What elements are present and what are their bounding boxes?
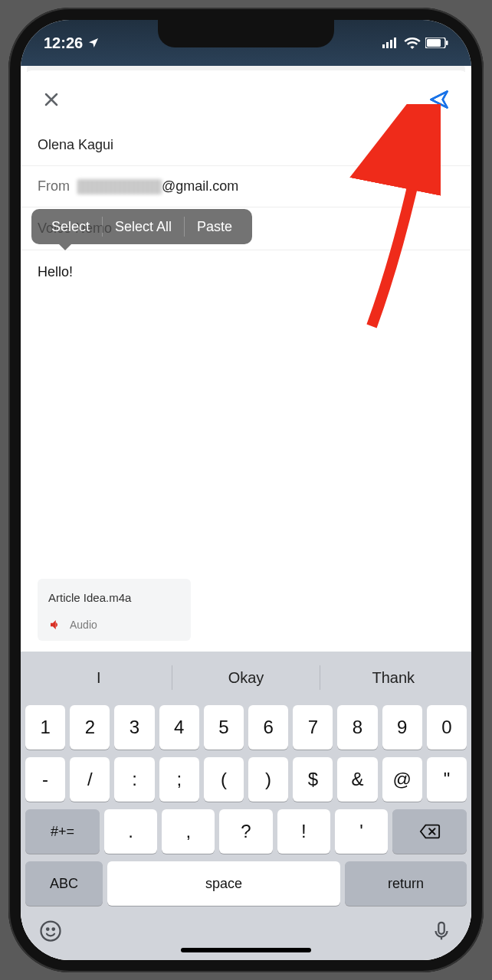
key-row-2: - / : ; ( ) $ & @ "	[25, 757, 467, 802]
menu-paste[interactable]: Paste	[185, 219, 244, 235]
svg-rect-3	[394, 38, 396, 48]
from-label: From	[38, 178, 70, 194]
status-time: 12:26	[44, 34, 100, 52]
key-return[interactable]: return	[345, 861, 467, 906]
screen: 12:26 Ole	[21, 20, 471, 960]
to-field[interactable]: Olena Kagui	[21, 125, 471, 166]
key-5[interactable]: 5	[204, 705, 244, 750]
compose-header	[21, 70, 471, 125]
notch	[158, 20, 334, 47]
to-value: Olena Kagui	[38, 137, 113, 153]
key-question[interactable]: ?	[219, 809, 272, 854]
key-apostrophe[interactable]: '	[335, 809, 388, 854]
attachment-name: Article Idea.m4a	[48, 591, 180, 604]
key-lparen[interactable]: (	[204, 757, 244, 802]
body-text: Hello!	[38, 264, 73, 279]
key-row-3: #+= . , ? ! '	[25, 809, 467, 854]
from-field[interactable]: From @gmail.com	[21, 166, 471, 207]
status-right	[382, 37, 448, 49]
emoji-button[interactable]	[39, 920, 62, 945]
key-bang[interactable]: !	[277, 809, 330, 854]
keyboard: I Okay Thank 1 2 3 4 5 6 7 8	[21, 652, 471, 960]
key-2[interactable]: 2	[70, 705, 110, 750]
prediction-1[interactable]: I	[25, 658, 172, 697]
clock-text: 12:26	[44, 34, 83, 52]
svg-rect-1	[386, 42, 389, 48]
svg-rect-6	[446, 41, 448, 45]
key-quote[interactable]: "	[427, 757, 467, 802]
location-icon	[87, 37, 100, 49]
audio-icon	[48, 618, 62, 632]
emoji-icon	[39, 920, 62, 942]
key-row-4: ABC space return	[25, 861, 467, 906]
key-period[interactable]: .	[104, 809, 157, 854]
key-4[interactable]: 4	[159, 705, 199, 750]
send-button[interactable]	[424, 84, 454, 117]
attachment-card[interactable]: Article Idea.m4a Audio	[38, 579, 191, 641]
key-1[interactable]: 1	[25, 705, 65, 750]
home-indicator[interactable]	[181, 948, 311, 952]
key-space[interactable]: space	[107, 861, 340, 906]
prediction-2[interactable]: Okay	[172, 658, 319, 697]
phone-frame: 12:26 Ole	[8, 8, 484, 972]
svg-rect-11	[438, 923, 444, 934]
mic-icon	[430, 920, 453, 942]
svg-rect-0	[382, 44, 385, 48]
close-button[interactable]	[38, 86, 65, 116]
key-colon[interactable]: :	[114, 757, 154, 802]
svg-rect-5	[427, 39, 441, 47]
key-at[interactable]: @	[382, 757, 422, 802]
key-3[interactable]: 3	[114, 705, 154, 750]
svg-point-10	[53, 928, 55, 930]
prediction-bar: I Okay Thank	[25, 658, 467, 697]
menu-select-all[interactable]: Select All	[103, 219, 184, 235]
key-9[interactable]: 9	[382, 705, 422, 750]
key-symbols-shift[interactable]: #+=	[25, 809, 100, 854]
key-slash[interactable]: /	[70, 757, 110, 802]
key-0[interactable]: 0	[427, 705, 467, 750]
cellular-icon	[382, 38, 399, 48]
attachment-kind-row: Audio	[48, 618, 180, 632]
attachment-kind: Audio	[70, 619, 97, 631]
backspace-icon	[419, 823, 441, 840]
from-domain: @gmail.com	[162, 178, 238, 194]
close-icon	[42, 90, 61, 109]
key-abc[interactable]: ABC	[25, 861, 103, 906]
svg-rect-2	[390, 40, 392, 48]
key-comma[interactable]: ,	[162, 809, 215, 854]
key-dollar[interactable]: $	[293, 757, 333, 802]
wifi-icon	[404, 37, 421, 49]
key-8[interactable]: 8	[337, 705, 377, 750]
battery-icon	[425, 38, 448, 48]
key-semicolon[interactable]: ;	[159, 757, 199, 802]
sheet-stack: Olena Kagui From @gmail.com Voice Nemo S…	[21, 60, 471, 960]
send-icon	[428, 89, 450, 110]
svg-point-9	[47, 928, 49, 930]
text-edit-menu: Select Select All Paste	[31, 209, 252, 244]
svg-point-8	[41, 922, 61, 941]
subject-field[interactable]: Voice Nemo Select Select All Paste	[21, 207, 471, 250]
key-7[interactable]: 7	[293, 705, 333, 750]
key-backspace[interactable]	[392, 809, 467, 854]
menu-select[interactable]: Select	[39, 219, 102, 235]
redacted-email	[77, 179, 162, 194]
dictation-button[interactable]	[430, 920, 453, 945]
key-amp[interactable]: &	[337, 757, 377, 802]
key-row-1: 1 2 3 4 5 6 7 8 9 0	[25, 705, 467, 750]
key-6[interactable]: 6	[248, 705, 288, 750]
key-dash[interactable]: -	[25, 757, 65, 802]
key-rparen[interactable]: )	[248, 757, 288, 802]
compose-sheet: Olena Kagui From @gmail.com Voice Nemo S…	[21, 70, 471, 960]
prediction-3[interactable]: Thank	[320, 658, 467, 697]
from-value: @gmail.com	[77, 178, 238, 194]
email-body[interactable]: Hello! Article Idea.m4a Audio	[21, 250, 471, 652]
